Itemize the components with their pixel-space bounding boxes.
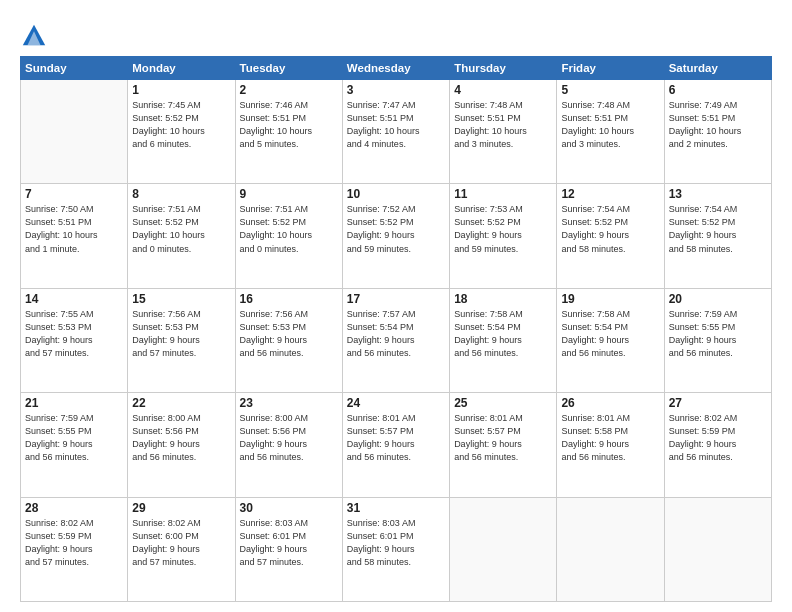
calendar-cell: 29Sunrise: 8:02 AM Sunset: 6:00 PM Dayli… <box>128 497 235 601</box>
day-info: Sunrise: 8:02 AM Sunset: 6:00 PM Dayligh… <box>132 517 230 569</box>
day-info: Sunrise: 7:48 AM Sunset: 5:51 PM Dayligh… <box>561 99 659 151</box>
calendar-cell: 30Sunrise: 8:03 AM Sunset: 6:01 PM Dayli… <box>235 497 342 601</box>
calendar-header-tuesday: Tuesday <box>235 57 342 80</box>
calendar-header-wednesday: Wednesday <box>342 57 449 80</box>
calendar-cell: 10Sunrise: 7:52 AM Sunset: 5:52 PM Dayli… <box>342 184 449 288</box>
day-info: Sunrise: 7:58 AM Sunset: 5:54 PM Dayligh… <box>454 308 552 360</box>
day-number: 9 <box>240 187 338 201</box>
calendar-header-monday: Monday <box>128 57 235 80</box>
calendar-cell: 31Sunrise: 8:03 AM Sunset: 6:01 PM Dayli… <box>342 497 449 601</box>
day-info: Sunrise: 7:51 AM Sunset: 5:52 PM Dayligh… <box>132 203 230 255</box>
day-number: 7 <box>25 187 123 201</box>
calendar-cell: 20Sunrise: 7:59 AM Sunset: 5:55 PM Dayli… <box>664 288 771 392</box>
day-number: 18 <box>454 292 552 306</box>
calendar-week-row: 21Sunrise: 7:59 AM Sunset: 5:55 PM Dayli… <box>21 393 772 497</box>
calendar-cell: 9Sunrise: 7:51 AM Sunset: 5:52 PM Daylig… <box>235 184 342 288</box>
day-info: Sunrise: 8:01 AM Sunset: 5:58 PM Dayligh… <box>561 412 659 464</box>
calendar-cell: 2Sunrise: 7:46 AM Sunset: 5:51 PM Daylig… <box>235 80 342 184</box>
day-number: 31 <box>347 501 445 515</box>
calendar-cell: 1Sunrise: 7:45 AM Sunset: 5:52 PM Daylig… <box>128 80 235 184</box>
calendar-cell: 12Sunrise: 7:54 AM Sunset: 5:52 PM Dayli… <box>557 184 664 288</box>
calendar-cell: 7Sunrise: 7:50 AM Sunset: 5:51 PM Daylig… <box>21 184 128 288</box>
day-info: Sunrise: 7:54 AM Sunset: 5:52 PM Dayligh… <box>561 203 659 255</box>
day-info: Sunrise: 8:00 AM Sunset: 5:56 PM Dayligh… <box>240 412 338 464</box>
day-info: Sunrise: 7:52 AM Sunset: 5:52 PM Dayligh… <box>347 203 445 255</box>
calendar-cell: 28Sunrise: 8:02 AM Sunset: 5:59 PM Dayli… <box>21 497 128 601</box>
day-info: Sunrise: 7:56 AM Sunset: 5:53 PM Dayligh… <box>240 308 338 360</box>
day-number: 5 <box>561 83 659 97</box>
logo <box>20 22 52 50</box>
header <box>20 18 772 50</box>
calendar-header-saturday: Saturday <box>664 57 771 80</box>
day-info: Sunrise: 7:50 AM Sunset: 5:51 PM Dayligh… <box>25 203 123 255</box>
day-number: 15 <box>132 292 230 306</box>
day-info: Sunrise: 8:03 AM Sunset: 6:01 PM Dayligh… <box>347 517 445 569</box>
calendar-cell <box>450 497 557 601</box>
calendar: SundayMondayTuesdayWednesdayThursdayFrid… <box>20 56 772 602</box>
day-info: Sunrise: 7:59 AM Sunset: 5:55 PM Dayligh… <box>669 308 767 360</box>
day-number: 1 <box>132 83 230 97</box>
calendar-cell: 11Sunrise: 7:53 AM Sunset: 5:52 PM Dayli… <box>450 184 557 288</box>
day-info: Sunrise: 7:57 AM Sunset: 5:54 PM Dayligh… <box>347 308 445 360</box>
calendar-cell: 26Sunrise: 8:01 AM Sunset: 5:58 PM Dayli… <box>557 393 664 497</box>
day-info: Sunrise: 7:48 AM Sunset: 5:51 PM Dayligh… <box>454 99 552 151</box>
calendar-week-row: 7Sunrise: 7:50 AM Sunset: 5:51 PM Daylig… <box>21 184 772 288</box>
day-info: Sunrise: 8:02 AM Sunset: 5:59 PM Dayligh… <box>25 517 123 569</box>
day-info: Sunrise: 8:01 AM Sunset: 5:57 PM Dayligh… <box>347 412 445 464</box>
day-number: 4 <box>454 83 552 97</box>
day-number: 25 <box>454 396 552 410</box>
day-info: Sunrise: 7:59 AM Sunset: 5:55 PM Dayligh… <box>25 412 123 464</box>
day-info: Sunrise: 7:46 AM Sunset: 5:51 PM Dayligh… <box>240 99 338 151</box>
day-info: Sunrise: 7:45 AM Sunset: 5:52 PM Dayligh… <box>132 99 230 151</box>
day-number: 14 <box>25 292 123 306</box>
day-number: 16 <box>240 292 338 306</box>
page: SundayMondayTuesdayWednesdayThursdayFrid… <box>0 0 792 612</box>
day-number: 3 <box>347 83 445 97</box>
day-info: Sunrise: 7:47 AM Sunset: 5:51 PM Dayligh… <box>347 99 445 151</box>
calendar-cell: 5Sunrise: 7:48 AM Sunset: 5:51 PM Daylig… <box>557 80 664 184</box>
calendar-cell: 19Sunrise: 7:58 AM Sunset: 5:54 PM Dayli… <box>557 288 664 392</box>
calendar-cell: 18Sunrise: 7:58 AM Sunset: 5:54 PM Dayli… <box>450 288 557 392</box>
day-info: Sunrise: 7:49 AM Sunset: 5:51 PM Dayligh… <box>669 99 767 151</box>
calendar-cell: 17Sunrise: 7:57 AM Sunset: 5:54 PM Dayli… <box>342 288 449 392</box>
day-info: Sunrise: 8:00 AM Sunset: 5:56 PM Dayligh… <box>132 412 230 464</box>
day-info: Sunrise: 7:56 AM Sunset: 5:53 PM Dayligh… <box>132 308 230 360</box>
day-number: 23 <box>240 396 338 410</box>
day-number: 22 <box>132 396 230 410</box>
day-info: Sunrise: 7:53 AM Sunset: 5:52 PM Dayligh… <box>454 203 552 255</box>
calendar-cell <box>21 80 128 184</box>
day-number: 10 <box>347 187 445 201</box>
calendar-week-row: 14Sunrise: 7:55 AM Sunset: 5:53 PM Dayli… <box>21 288 772 392</box>
day-info: Sunrise: 7:55 AM Sunset: 5:53 PM Dayligh… <box>25 308 123 360</box>
calendar-cell: 23Sunrise: 8:00 AM Sunset: 5:56 PM Dayli… <box>235 393 342 497</box>
calendar-header-thursday: Thursday <box>450 57 557 80</box>
calendar-cell: 16Sunrise: 7:56 AM Sunset: 5:53 PM Dayli… <box>235 288 342 392</box>
calendar-cell: 4Sunrise: 7:48 AM Sunset: 5:51 PM Daylig… <box>450 80 557 184</box>
calendar-cell: 24Sunrise: 8:01 AM Sunset: 5:57 PM Dayli… <box>342 393 449 497</box>
calendar-week-row: 28Sunrise: 8:02 AM Sunset: 5:59 PM Dayli… <box>21 497 772 601</box>
calendar-header-sunday: Sunday <box>21 57 128 80</box>
day-number: 20 <box>669 292 767 306</box>
calendar-cell: 13Sunrise: 7:54 AM Sunset: 5:52 PM Dayli… <box>664 184 771 288</box>
day-number: 24 <box>347 396 445 410</box>
day-number: 27 <box>669 396 767 410</box>
calendar-cell: 3Sunrise: 7:47 AM Sunset: 5:51 PM Daylig… <box>342 80 449 184</box>
day-number: 19 <box>561 292 659 306</box>
day-info: Sunrise: 8:01 AM Sunset: 5:57 PM Dayligh… <box>454 412 552 464</box>
day-number: 13 <box>669 187 767 201</box>
day-number: 17 <box>347 292 445 306</box>
day-number: 30 <box>240 501 338 515</box>
calendar-cell: 21Sunrise: 7:59 AM Sunset: 5:55 PM Dayli… <box>21 393 128 497</box>
day-info: Sunrise: 8:02 AM Sunset: 5:59 PM Dayligh… <box>669 412 767 464</box>
calendar-cell: 25Sunrise: 8:01 AM Sunset: 5:57 PM Dayli… <box>450 393 557 497</box>
day-number: 6 <box>669 83 767 97</box>
day-number: 26 <box>561 396 659 410</box>
calendar-header-friday: Friday <box>557 57 664 80</box>
calendar-cell: 8Sunrise: 7:51 AM Sunset: 5:52 PM Daylig… <box>128 184 235 288</box>
calendar-cell <box>664 497 771 601</box>
day-info: Sunrise: 8:03 AM Sunset: 6:01 PM Dayligh… <box>240 517 338 569</box>
day-number: 28 <box>25 501 123 515</box>
calendar-cell: 22Sunrise: 8:00 AM Sunset: 5:56 PM Dayli… <box>128 393 235 497</box>
calendar-week-row: 1Sunrise: 7:45 AM Sunset: 5:52 PM Daylig… <box>21 80 772 184</box>
day-number: 11 <box>454 187 552 201</box>
